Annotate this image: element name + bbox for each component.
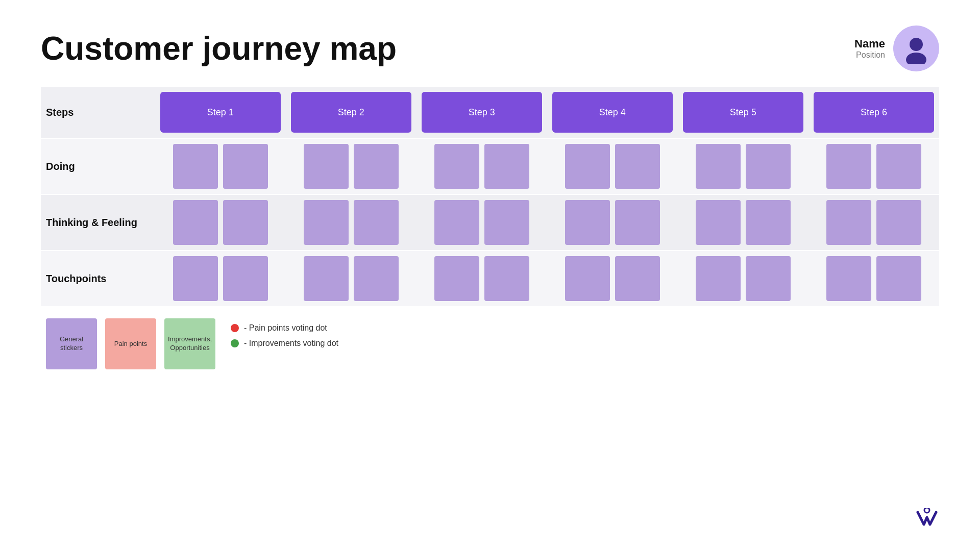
touchpoints-notes-3 <box>416 251 547 306</box>
touchpoints-notes-1 <box>155 251 286 306</box>
touchpoints-note-4b[interactable] <box>615 256 660 301</box>
thinking-note-1b[interactable] <box>223 200 268 245</box>
thinking-note-1a[interactable] <box>173 200 218 245</box>
legend-sticker-general: General stickers <box>46 318 97 369</box>
touchpoints-notes-4 <box>547 251 678 306</box>
thinking-notes-container-5 <box>683 200 803 245</box>
touchpoints-note-6a[interactable] <box>826 256 871 301</box>
step-3-box[interactable]: Step 3 <box>422 92 542 133</box>
touchpoints-note-3a[interactable] <box>434 256 479 301</box>
legend-sticker-pain: Pain points <box>105 318 156 369</box>
row-doing: Doing <box>41 139 939 195</box>
legend-stickers: General stickers Pain points Improvement… <box>46 318 215 369</box>
legend-dot-improvements: - Improvements voting dot <box>231 339 338 348</box>
doing-note-6b[interactable] <box>876 144 921 189</box>
row-steps: Steps Step 1 Step 2 Step 3 Step 4 Step 5… <box>41 87 939 139</box>
touchpoints-note-5a[interactable] <box>696 256 741 301</box>
doing-label: Doing <box>41 139 155 195</box>
legend-dots: - Pain points voting dot - Improvements … <box>231 318 338 348</box>
touchpoints-note-1b[interactable] <box>223 256 268 301</box>
thinking-notes-container-6 <box>814 200 934 245</box>
pain-dot-label: - Pain points voting dot <box>244 323 327 333</box>
doing-note-2a[interactable] <box>304 144 349 189</box>
avatar <box>893 26 939 71</box>
doing-note-5a[interactable] <box>696 144 741 189</box>
row-touchpoints: Touchpoints <box>41 251 939 306</box>
doing-notes-4 <box>547 139 678 195</box>
doing-notes-2 <box>286 139 416 195</box>
legend-sticker-improvements: Improvements, Opportunities <box>164 318 215 369</box>
doing-note-3b[interactable] <box>484 144 529 189</box>
doing-notes-1 <box>155 139 286 195</box>
touchpoints-note-6b[interactable] <box>876 256 921 301</box>
user-text: Name Position <box>854 37 885 60</box>
logo-icon <box>915 508 939 529</box>
doing-notes-container-1 <box>160 144 281 189</box>
step-5-cell: Step 5 <box>678 87 808 139</box>
user-info: Name Position <box>854 26 939 71</box>
touchpoints-note-2a[interactable] <box>304 256 349 301</box>
thinking-label: Thinking & Feeling <box>41 195 155 251</box>
step-2-box[interactable]: Step 2 <box>291 92 411 133</box>
thinking-notes-3 <box>416 195 547 251</box>
header: Customer journey map Name Position <box>41 26 939 71</box>
thinking-notes-container-2 <box>291 200 411 245</box>
doing-note-6a[interactable] <box>826 144 871 189</box>
thinking-note-5b[interactable] <box>746 200 791 245</box>
svg-point-2 <box>924 508 929 513</box>
step-1-cell: Step 1 <box>155 87 286 139</box>
touchpoints-label: Touchpoints <box>41 251 155 306</box>
step-6-box[interactable]: Step 6 <box>814 92 934 133</box>
touchpoints-note-5b[interactable] <box>746 256 791 301</box>
doing-note-4b[interactable] <box>615 144 660 189</box>
thinking-notes-container-1 <box>160 200 281 245</box>
step-1-box[interactable]: Step 1 <box>160 92 281 133</box>
touchpoints-notes-2 <box>286 251 416 306</box>
thinking-notes-4 <box>547 195 678 251</box>
step-2-cell: Step 2 <box>286 87 416 139</box>
journey-table: Steps Step 1 Step 2 Step 3 Step 4 Step 5… <box>41 87 939 306</box>
thinking-note-2b[interactable] <box>354 200 399 245</box>
thinking-note-2a[interactable] <box>304 200 349 245</box>
steps-label: Steps <box>41 87 155 139</box>
thinking-note-5a[interactable] <box>696 200 741 245</box>
touchpoints-note-1a[interactable] <box>173 256 218 301</box>
step-4-box[interactable]: Step 4 <box>552 92 673 133</box>
row-thinking: Thinking & Feeling <box>41 195 939 251</box>
thinking-note-6a[interactable] <box>826 200 871 245</box>
doing-notes-6 <box>808 139 939 195</box>
doing-note-2b[interactable] <box>354 144 399 189</box>
thinking-note-4b[interactable] <box>615 200 660 245</box>
touchpoints-note-2b[interactable] <box>354 256 399 301</box>
touchpoints-notes-5 <box>678 251 808 306</box>
legend-dot-pain: - Pain points voting dot <box>231 323 338 333</box>
step-5-box[interactable]: Step 5 <box>683 92 803 133</box>
doing-notes-container-5 <box>683 144 803 189</box>
thinking-note-3b[interactable] <box>484 200 529 245</box>
step-4-cell: Step 4 <box>547 87 678 139</box>
doing-note-1a[interactable] <box>173 144 218 189</box>
doing-note-3a[interactable] <box>434 144 479 189</box>
legend: General stickers Pain points Improvement… <box>41 318 939 369</box>
step-6-cell: Step 6 <box>808 87 939 139</box>
thinking-note-6b[interactable] <box>876 200 921 245</box>
touchpoints-note-3b[interactable] <box>484 256 529 301</box>
thinking-note-4a[interactable] <box>565 200 610 245</box>
doing-note-4a[interactable] <box>565 144 610 189</box>
thinking-notes-container-3 <box>422 200 542 245</box>
touchpoints-notes-container-6 <box>814 256 934 301</box>
doing-note-5b[interactable] <box>746 144 791 189</box>
touchpoints-notes-container-3 <box>422 256 542 301</box>
touchpoints-note-4a[interactable] <box>565 256 610 301</box>
page-title: Customer journey map <box>41 31 397 66</box>
pain-dot-icon <box>231 324 239 332</box>
thinking-note-3a[interactable] <box>434 200 479 245</box>
thinking-notes-1 <box>155 195 286 251</box>
doing-notes-container-2 <box>291 144 411 189</box>
touchpoints-notes-container-2 <box>291 256 411 301</box>
thinking-notes-2 <box>286 195 416 251</box>
touchpoints-notes-container-4 <box>552 256 673 301</box>
doing-note-1b[interactable] <box>223 144 268 189</box>
svg-point-0 <box>910 38 923 51</box>
doing-notes-3 <box>416 139 547 195</box>
